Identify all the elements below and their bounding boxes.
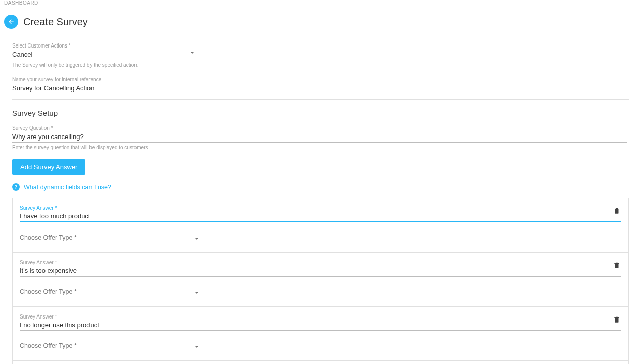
survey-answer-input[interactable] — [20, 211, 621, 222]
survey-question-helper: Enter the survey question that will be d… — [12, 145, 629, 150]
answer-card: Survey Answer *Choose Offer Type * — [12, 253, 629, 307]
survey-answer-label: Survey Answer * — [20, 260, 621, 265]
survey-name-label: Name your survey for internal reference — [12, 77, 629, 82]
customer-actions-helper: The Survey will only be triggered by the… — [12, 62, 629, 68]
chevron-down-icon — [195, 346, 199, 348]
page-title: Create Survey — [23, 16, 88, 28]
add-survey-answer-button[interactable]: Add Survey Answer — [12, 159, 85, 175]
answer-card: Survey Answer *Choose Offer Type * — [12, 198, 629, 253]
back-button[interactable] — [4, 15, 18, 29]
delete-answer-button[interactable] — [613, 261, 621, 271]
arrow-left-icon — [8, 18, 15, 25]
survey-question-field: Survey Question * Enter the survey quest… — [12, 125, 629, 150]
trash-icon — [613, 315, 620, 324]
delete-answer-button[interactable] — [613, 315, 621, 325]
survey-answer-input[interactable] — [20, 265, 621, 277]
survey-question-label: Survey Question * — [12, 125, 629, 131]
survey-name-input[interactable] — [12, 82, 627, 94]
delete-answer-button[interactable] — [613, 206, 621, 216]
customer-actions-field: Select Customer Actions * The Survey wil… — [12, 43, 629, 68]
answer-card: Survey Answer *Choose Offer Type * — [12, 307, 629, 361]
customer-actions-select[interactable] — [12, 49, 196, 60]
page-header: Create Survey — [4, 15, 629, 29]
trash-icon — [613, 261, 620, 270]
choose-offer-type-select[interactable]: Choose Offer Type * — [20, 287, 201, 297]
customer-actions-label: Select Customer Actions * — [12, 43, 629, 49]
dynamic-fields-help-link[interactable]: What dynamic fields can I use? — [24, 184, 111, 191]
survey-answer-input[interactable] — [20, 320, 621, 331]
choose-offer-type-select[interactable]: Choose Offer Type * — [20, 341, 201, 351]
chevron-down-icon — [195, 238, 199, 240]
survey-setup-heading: Survey Setup — [12, 109, 629, 117]
survey-answer-label: Survey Answer * — [20, 205, 621, 211]
answer-card: Survey Answer * — [12, 361, 629, 364]
survey-question-input[interactable] — [12, 131, 627, 143]
trash-icon — [613, 206, 620, 215]
choose-offer-type-select[interactable]: Choose Offer Type * — [20, 233, 201, 243]
help-icon: ? — [12, 183, 20, 191]
breadcrumb[interactable]: DASHBOARD — [0, 0, 633, 6]
chevron-down-icon — [195, 292, 199, 294]
help-link-row: ? What dynamic fields can I use? — [12, 183, 629, 191]
survey-answer-label: Survey Answer * — [20, 314, 621, 320]
divider — [12, 99, 629, 100]
survey-name-field: Name your survey for internal reference — [12, 77, 629, 94]
